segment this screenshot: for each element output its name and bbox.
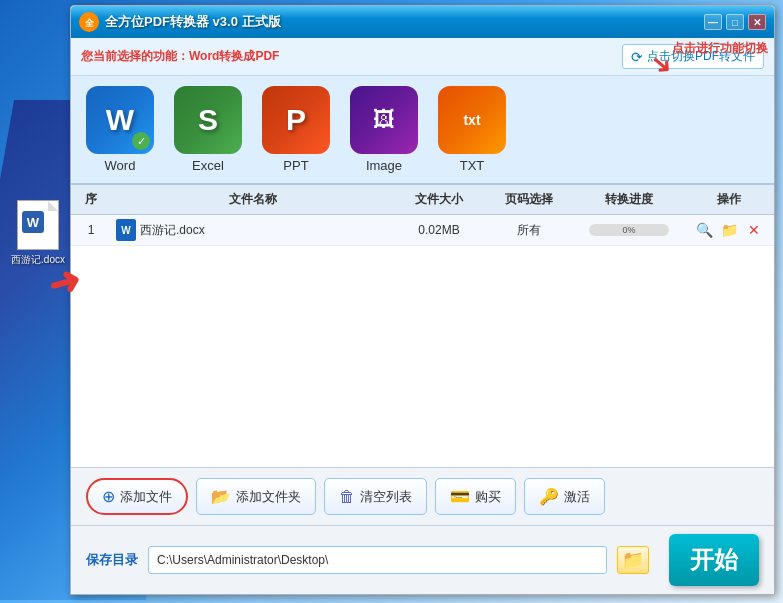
word-check-icon: ✓ bbox=[132, 132, 150, 150]
start-label: 开始 bbox=[690, 546, 738, 573]
save-path-input[interactable] bbox=[148, 546, 607, 574]
format-image[interactable]: 🖼 Image bbox=[350, 86, 418, 173]
format-excel[interactable]: S Excel bbox=[174, 86, 242, 173]
txt-icon: txt bbox=[463, 112, 480, 129]
row-word-icon: W bbox=[116, 219, 136, 241]
row-filename-text: 西游记.docx bbox=[140, 222, 205, 239]
preview-icon[interactable]: 🔍 bbox=[694, 220, 714, 240]
current-function-label: 您当前选择的功能：Word转换成PDF bbox=[81, 48, 279, 65]
browse-folder-button[interactable]: 📁 bbox=[617, 546, 649, 574]
image-label: Image bbox=[366, 158, 402, 173]
excel-icon-box: S bbox=[174, 86, 242, 154]
titlebar-controls: — □ ✕ bbox=[704, 14, 766, 30]
titlebar: 全 全方位PDF转换器 v3.0 正式版 — □ ✕ bbox=[71, 6, 774, 38]
clear-label: 清空列表 bbox=[360, 488, 412, 506]
svg-text:全: 全 bbox=[85, 18, 95, 28]
app-logo: 全 bbox=[79, 12, 99, 32]
save-label: 保存目录 bbox=[86, 551, 138, 569]
image-icon-box: 🖼 bbox=[350, 86, 418, 154]
format-word[interactable]: W ✓ Word bbox=[86, 86, 154, 173]
header-filesize: 文件大小 bbox=[394, 191, 484, 208]
bottom-buttons: ⊕ 添加文件 📂 添加文件夹 🗑 清空列表 💳 购买 🔑 激活 bbox=[71, 467, 774, 525]
txt-icon-box: txt bbox=[438, 86, 506, 154]
format-ppt[interactable]: P PPT bbox=[262, 86, 330, 173]
file-list-header: 序 文件名称 文件大小 页码选择 转换进度 操作 bbox=[71, 185, 774, 215]
maximize-button[interactable]: □ bbox=[726, 14, 744, 30]
image-icon: 🖼 bbox=[373, 108, 395, 132]
file-icon-box: W bbox=[17, 200, 59, 250]
buy-label: 购买 bbox=[475, 488, 501, 506]
folder-open-icon[interactable]: 📁 bbox=[719, 220, 739, 240]
add-file-button[interactable]: ⊕ 添加文件 bbox=[86, 478, 188, 515]
word-icon-box: W ✓ bbox=[86, 86, 154, 154]
table-row: 1 W 西游记.docx 0.02MB 所有 0% 🔍 📁 bbox=[71, 215, 774, 246]
add-file-label: 添加文件 bbox=[120, 488, 172, 506]
progress-text: 0% bbox=[589, 224, 669, 236]
word-icon-small: W bbox=[22, 211, 44, 233]
format-txt[interactable]: txt TXT bbox=[438, 86, 506, 173]
minimize-button[interactable]: — bbox=[704, 14, 722, 30]
progress-bar-container: 0% bbox=[589, 224, 669, 236]
add-folder-icon: 📂 bbox=[211, 487, 231, 506]
hint-area: 点击进行功能切换 ➜ bbox=[651, 40, 768, 80]
row-progress: 0% bbox=[574, 224, 684, 236]
titlebar-left: 全 全方位PDF转换器 v3.0 正式版 bbox=[79, 12, 281, 32]
row-index: 1 bbox=[71, 223, 111, 237]
main-window: 全 全方位PDF转换器 v3.0 正式版 — □ ✕ 点击进行功能切换 ➜ 您当… bbox=[70, 5, 775, 595]
action-icons: 🔍 📁 ✕ bbox=[684, 220, 774, 240]
desktop-file-icon: W 西游记.docx bbox=[8, 200, 68, 267]
add-folder-button[interactable]: 📂 添加文件夹 bbox=[196, 478, 316, 515]
header-filename: 文件名称 bbox=[111, 191, 394, 208]
word-label: Word bbox=[105, 158, 136, 173]
format-area: W ✓ Word S Excel P PPT 🖼 Imag bbox=[71, 76, 774, 185]
row-filesize: 0.02MB bbox=[394, 223, 484, 237]
word-letter: W bbox=[106, 103, 134, 137]
ppt-label: PPT bbox=[283, 158, 308, 173]
header-page: 页码选择 bbox=[484, 191, 574, 208]
current-function-value: Word转换成PDF bbox=[189, 49, 279, 63]
close-button[interactable]: ✕ bbox=[748, 14, 766, 30]
current-function-prefix: 您当前选择的功能： bbox=[81, 49, 189, 63]
save-row: 保存目录 📁 bbox=[86, 546, 649, 574]
ppt-icon-box: P bbox=[262, 86, 330, 154]
activate-icon: 🔑 bbox=[539, 487, 559, 506]
switch-icon: ⟳ bbox=[631, 49, 643, 65]
file-list-body: 1 W 西游记.docx 0.02MB 所有 0% 🔍 📁 bbox=[71, 215, 774, 467]
buy-button[interactable]: 💳 购买 bbox=[435, 478, 516, 515]
window-title: 全方位PDF转换器 v3.0 正式版 bbox=[105, 13, 281, 31]
add-folder-label: 添加文件夹 bbox=[236, 488, 301, 506]
activate-label: 激活 bbox=[564, 488, 590, 506]
activate-button[interactable]: 🔑 激活 bbox=[524, 478, 605, 515]
start-button[interactable]: 开始 bbox=[669, 534, 759, 586]
add-file-icon: ⊕ bbox=[102, 487, 115, 506]
delete-row-icon[interactable]: ✕ bbox=[744, 220, 764, 240]
row-page: 所有 bbox=[484, 222, 574, 239]
header-progress: 转换进度 bbox=[574, 191, 684, 208]
clear-icon: 🗑 bbox=[339, 488, 355, 506]
header-index: 序 bbox=[71, 191, 111, 208]
header-action: 操作 bbox=[684, 191, 774, 208]
row-filename: W 西游记.docx bbox=[111, 219, 394, 241]
excel-label: Excel bbox=[192, 158, 224, 173]
file-list-area: 序 文件名称 文件大小 页码选择 转换进度 操作 1 W 西游记.docx 0.… bbox=[71, 185, 774, 467]
save-path-area: 保存目录 📁 开始 bbox=[71, 525, 774, 594]
excel-letter: S bbox=[198, 103, 218, 137]
txt-label: TXT bbox=[460, 158, 485, 173]
buy-icon: 💳 bbox=[450, 487, 470, 506]
ppt-letter: P bbox=[286, 103, 306, 137]
row-actions: 🔍 📁 ✕ bbox=[684, 220, 774, 240]
clear-list-button[interactable]: 🗑 清空列表 bbox=[324, 478, 427, 515]
